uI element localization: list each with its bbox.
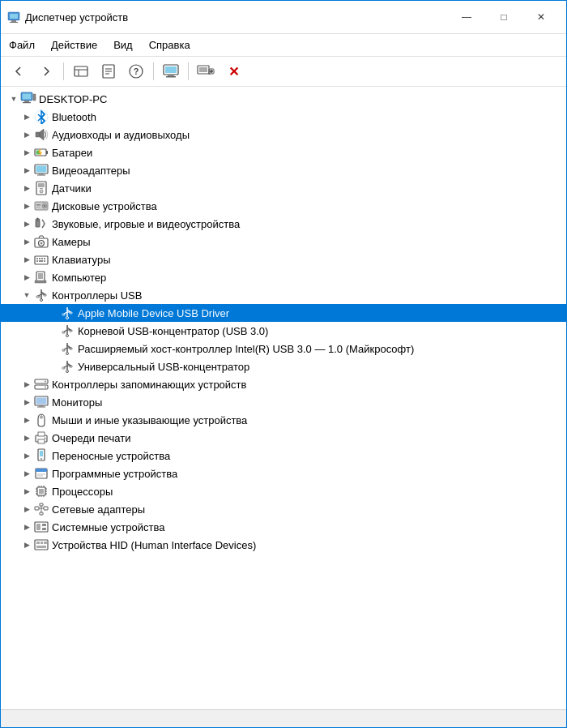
svg-rect-38 bbox=[38, 183, 45, 187]
svg-rect-114 bbox=[40, 503, 43, 506]
computer-button[interactable] bbox=[158, 60, 184, 83]
svg-rect-73 bbox=[62, 349, 65, 351]
tree-item-generic-hub[interactable]: Универсальный USB-концентратор bbox=[1, 358, 566, 375]
scan-button[interactable] bbox=[193, 60, 219, 83]
root-hub-label: Корневой USB-концентратор (USB 3.0) bbox=[78, 325, 268, 337]
svg-point-77 bbox=[66, 370, 69, 373]
svg-rect-56 bbox=[44, 258, 45, 259]
svg-point-43 bbox=[44, 205, 45, 207]
svg-rect-34 bbox=[36, 166, 47, 173]
tree-item-monitors[interactable]: ▶ Мониторы bbox=[1, 393, 566, 411]
print-icon bbox=[33, 430, 49, 445]
tree-item-bluetooth[interactable]: ▶ Bluetooth bbox=[1, 108, 566, 126]
sound-icon bbox=[33, 216, 49, 231]
svg-rect-93 bbox=[40, 451, 43, 456]
generic-hub-label: Универсальный USB-концентратор bbox=[78, 361, 249, 373]
svg-rect-14 bbox=[165, 66, 177, 73]
menu-help[interactable]: Справка bbox=[141, 36, 198, 54]
tree-item-print[interactable]: ▶ Очереди печати bbox=[1, 429, 566, 447]
system-expand-arrow: ▶ bbox=[20, 520, 33, 533]
tree-item-battery[interactable]: ▶ Батареи bbox=[1, 143, 566, 161]
generic-hub-expand bbox=[46, 360, 59, 373]
tree-item-sound[interactable]: ▶ Звуковые, игровые и видеоустройства bbox=[1, 215, 566, 233]
svg-rect-124 bbox=[42, 528, 46, 530]
menu-action[interactable]: Действие bbox=[43, 36, 105, 54]
tree-item-portable[interactable]: ▶ Переносные устройства bbox=[1, 447, 566, 465]
svg-rect-32 bbox=[46, 151, 48, 154]
tree-item-mice[interactable]: ▶ Мыши и иные указывающие устройства bbox=[1, 411, 566, 429]
disk-expand-arrow: ▶ bbox=[20, 199, 33, 212]
menu-bar: Файл Действие Вид Справка bbox=[1, 34, 566, 57]
tree-item-display[interactable]: ▶ Видеоадаптеры bbox=[1, 161, 566, 179]
tree-item-sensors[interactable]: ▶ Датчики bbox=[1, 179, 566, 197]
svg-rect-123 bbox=[42, 524, 46, 526]
portable-expand-arrow: ▶ bbox=[20, 449, 33, 462]
tree-item-root-hub[interactable]: Корневой USB-концентратор (USB 3.0) bbox=[1, 322, 566, 340]
svg-point-94 bbox=[40, 458, 42, 460]
keyboard-expand-arrow: ▶ bbox=[20, 253, 33, 266]
svg-rect-23 bbox=[23, 94, 32, 100]
close-button[interactable]: ✕ bbox=[522, 6, 560, 28]
tree-item-camera[interactable]: ▶ Камеры bbox=[1, 233, 566, 251]
sound-expand-arrow: ▶ bbox=[20, 217, 33, 230]
sensors-label: Датчики bbox=[52, 182, 92, 195]
uninstall-button[interactable]: ✕ bbox=[220, 60, 246, 83]
print-label: Очереди печати bbox=[52, 432, 131, 444]
tree-item-apple-usb[interactable]: Apple Mobile Device USB Driver bbox=[1, 304, 566, 322]
svg-rect-122 bbox=[36, 524, 40, 530]
tree-item-hid[interactable]: ▶ Устройства HID (Human Interface Device… bbox=[1, 536, 566, 554]
tree-item-keyboard[interactable]: ▶ Клавиатуры bbox=[1, 251, 566, 268]
audio-expand-arrow: ▶ bbox=[20, 128, 33, 141]
svg-point-81 bbox=[45, 387, 46, 388]
help-button[interactable]: ? bbox=[123, 60, 149, 83]
show-hidden-button[interactable] bbox=[68, 60, 94, 83]
tree-item-xhci[interactable]: Расширяемый хост-контроллер Intel(R) USB… bbox=[1, 340, 566, 358]
minimize-button[interactable]: — bbox=[448, 6, 485, 28]
tree-item-computer[interactable]: ▶ Компьютер bbox=[1, 268, 566, 286]
tree-item-software[interactable]: ▶ Программные устройства bbox=[1, 465, 566, 482]
tree-item-processors[interactable]: ▶ Процес bbox=[1, 482, 566, 500]
svg-rect-100 bbox=[39, 489, 44, 494]
back-button[interactable] bbox=[6, 60, 32, 83]
usb-controllers-label: Контроллеры USB bbox=[52, 289, 142, 302]
system-icon bbox=[33, 520, 49, 534]
svg-rect-3 bbox=[10, 22, 18, 23]
root-hub-expand bbox=[46, 324, 59, 337]
tree-item-usb-controllers[interactable]: ▼ Контроллеры USB bbox=[1, 286, 566, 304]
title-bar: Диспетчер устройств — □ ✕ bbox=[1, 1, 566, 34]
properties-button[interactable] bbox=[96, 60, 122, 83]
svg-rect-96 bbox=[36, 469, 47, 472]
root-expand-arrow: ▼ bbox=[7, 92, 20, 105]
device-manager-window: Диспетчер устройств — □ ✕ Файл Действие … bbox=[0, 0, 567, 728]
forward-button[interactable] bbox=[33, 60, 59, 83]
tree-item-storage[interactable]: ▶ Контроллеры запоминающих устройств bbox=[1, 375, 566, 393]
tree-item-network[interactable]: ▶ Сетевые адаптеры bbox=[1, 500, 566, 518]
hid-icon bbox=[33, 537, 49, 552]
tree-root[interactable]: ▼ DESKTOP-PC bbox=[1, 90, 566, 108]
svg-point-39 bbox=[40, 190, 43, 193]
monitors-expand-arrow: ▶ bbox=[20, 396, 33, 409]
menu-file[interactable]: Файл bbox=[1, 36, 43, 54]
svg-rect-126 bbox=[36, 542, 40, 544]
svg-rect-85 bbox=[37, 407, 45, 408]
display-expand-arrow: ▶ bbox=[20, 164, 33, 177]
tree-item-system[interactable]: ▶ Системные устройства bbox=[1, 518, 566, 536]
svg-rect-46 bbox=[36, 221, 40, 227]
camera-icon bbox=[33, 234, 49, 249]
svg-rect-66 bbox=[70, 312, 72, 314]
menu-view[interactable]: Вид bbox=[105, 36, 141, 54]
processors-label: Процессоры bbox=[52, 486, 113, 498]
battery-label: Батареи bbox=[52, 147, 92, 159]
svg-rect-84 bbox=[39, 405, 44, 407]
maximize-button[interactable]: □ bbox=[485, 6, 522, 28]
print-expand-arrow: ▶ bbox=[20, 431, 33, 444]
svg-rect-64 bbox=[36, 296, 40, 298]
root-label: DESKTOP-PC bbox=[39, 93, 107, 105]
battery-expand-arrow: ▶ bbox=[20, 146, 33, 159]
system-label: Системные устройства bbox=[52, 521, 164, 533]
audio-icon bbox=[33, 127, 49, 142]
tree-item-disk[interactable]: ▶ Дисковые устройства bbox=[1, 197, 566, 215]
tree-item-audio[interactable]: ▶ Аудиовходы и аудиовыходы bbox=[1, 126, 566, 143]
svg-rect-16 bbox=[166, 76, 176, 78]
network-expand-arrow: ▶ bbox=[20, 503, 33, 516]
